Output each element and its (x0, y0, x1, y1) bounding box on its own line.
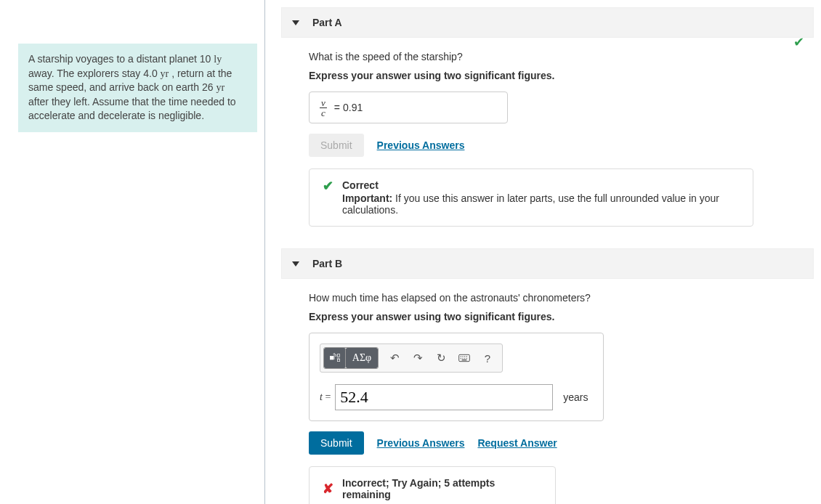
part-a-answer-box: v c = 0.91 (309, 92, 508, 123)
part-a-question: What is the speed of the starship? (309, 51, 761, 62)
svg-point-9 (466, 356, 467, 357)
text: away. The explorers stay 4.0 (28, 68, 161, 79)
previous-answers-link[interactable]: Previous Answers (377, 139, 465, 151)
part-a-value: 0.91 (343, 102, 363, 113)
correct-label: Correct (342, 179, 740, 191)
svg-point-12 (464, 358, 465, 359)
svg-point-7 (462, 356, 463, 357)
important-text: If you use this answer in later parts, u… (342, 192, 719, 216)
keyboard-svg-icon (458, 352, 470, 364)
part-a: Part A ✔ What is the speed of the starsh… (281, 7, 814, 227)
text: after they left. Assume that the time ne… (28, 96, 236, 122)
svg-rect-3 (337, 359, 339, 361)
denominator: c (320, 108, 327, 118)
feedback-correct: ✔ Correct Important: If you use this ans… (309, 168, 753, 227)
feedback-incorrect: ✘ Incorrect; Try Again; 5 attempts remai… (309, 466, 556, 504)
unit-yr: yr (216, 82, 225, 93)
unit-ly: ly (214, 54, 222, 65)
equals: = (334, 102, 340, 113)
units-label: years (563, 391, 588, 403)
svg-rect-4 (337, 354, 339, 357)
caret-down-icon (292, 20, 299, 25)
keyboard-icon[interactable] (453, 348, 476, 368)
important-note: Important: If you use this answer in lat… (342, 192, 740, 216)
problem-statement: A starship voyages to a distant planet 1… (18, 44, 257, 132)
templates-icon[interactable]: x (324, 348, 346, 368)
part-a-title: Part A (312, 17, 342, 28)
equals: = (323, 391, 331, 402)
check-icon: ✔ (793, 34, 804, 50)
part-b-title: Part B (312, 258, 342, 269)
numerator: v (320, 98, 327, 108)
unit-yr: yr (161, 68, 169, 79)
svg-point-10 (461, 358, 461, 359)
undo-icon[interactable]: ↶ (383, 348, 406, 368)
fraction-template-icon: x (329, 352, 341, 364)
fraction-vc: v c (320, 98, 327, 118)
request-answer-link[interactable]: Request Answer (477, 437, 557, 449)
part-b-question: How much time has elapsed on the astrona… (309, 292, 761, 304)
x-icon: ✘ (323, 482, 333, 495)
svg-point-11 (462, 358, 463, 359)
previous-answers-link[interactable]: Previous Answers (377, 437, 465, 449)
svg-point-6 (461, 356, 461, 357)
greek-letters-button[interactable]: ΑΣφ (346, 348, 378, 368)
help-icon[interactable]: ? (476, 348, 499, 368)
text: A starship voyages to a distant planet 1… (28, 53, 214, 65)
svg-rect-0 (330, 356, 333, 359)
redo-icon[interactable]: ↷ (406, 348, 429, 368)
variable-t: t = (320, 391, 331, 403)
answer-input[interactable] (335, 384, 553, 410)
submit-button[interactable]: Submit (309, 431, 364, 455)
part-a-header[interactable]: Part A ✔ (281, 7, 814, 38)
part-b: Part B How much time has elapsed on the … (281, 248, 814, 504)
part-b-answer-box: x ΑΣφ ↶ ↷ ↻ (309, 333, 604, 421)
svg-rect-14 (462, 359, 467, 360)
incorrect-text: Incorrect; Try Again; 5 attempts remaini… (342, 477, 542, 500)
reset-icon[interactable]: ↻ (429, 348, 453, 368)
equation-toolbar: x ΑΣφ ↶ ↷ ↻ (320, 344, 503, 373)
submit-button: Submit (309, 134, 364, 157)
important-label: Important: (342, 192, 392, 204)
svg-point-13 (466, 358, 467, 359)
part-a-instruction: Express your answer using two significan… (309, 70, 761, 81)
svg-point-8 (464, 356, 465, 357)
caret-down-icon (292, 261, 299, 267)
check-icon: ✔ (323, 179, 333, 216)
part-b-instruction: Express your answer using two significan… (309, 311, 761, 322)
part-b-header[interactable]: Part B (281, 248, 814, 279)
svg-text:x: x (335, 353, 337, 357)
